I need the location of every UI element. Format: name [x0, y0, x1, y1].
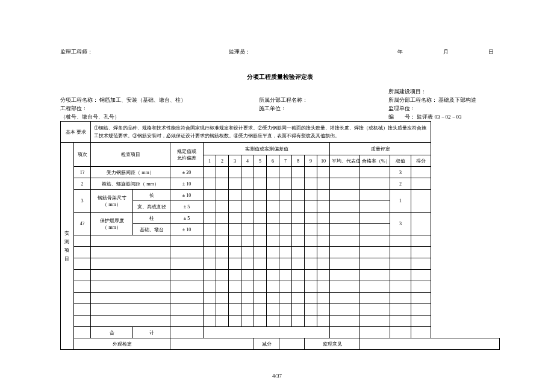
inspector-label: 监理员：: [229, 48, 391, 56]
hdr-c10: 10: [317, 155, 330, 167]
table-row: [61, 293, 500, 304]
hdr-meas: 实测值或实测偏差值: [204, 143, 330, 155]
page-title: 分项工程质量检验评定表: [60, 73, 500, 81]
cell-item: 保护层厚度 （ mm）: [91, 213, 133, 235]
table-row: 4? 保护层厚度 （ mm） 柱 ± 5 3: [61, 213, 500, 224]
sum-ji: 计: [133, 327, 170, 338]
part2-value: 基础及下部构造: [438, 97, 476, 103]
table-row: 2 箍筋、螺旋筋间距（ mm） ± 10 2: [61, 178, 500, 190]
cell-idx: 4?: [74, 213, 91, 235]
page-footer: 4/37: [0, 373, 554, 379]
cell-sub: 柱: [133, 213, 170, 224]
cell-tol: ± 5: [170, 213, 204, 224]
cell-tol: ± 10: [170, 224, 204, 235]
basic-req-content: ①钢筋、焊条的品种、规格和技术性能应符合国家现行标准规定和设计要求。②受力钢筋同…: [91, 122, 431, 143]
year-label: 年: [391, 48, 409, 56]
hdr-c6: 6: [267, 155, 279, 167]
cell-wt: 2: [390, 178, 411, 190]
sub-name-value: 钢筋加工、安装（基础、墩台、柱）: [99, 97, 186, 103]
owner-label: 所属建设项目：: [388, 87, 500, 96]
hdr-score: 得分: [411, 155, 431, 167]
hdr-pass: 合格率（%）: [360, 155, 390, 167]
cell-tol: ± 20: [170, 167, 204, 178]
table-row: [61, 316, 500, 327]
hdr-c8: 8: [292, 155, 305, 167]
cell-wt: 1: [390, 190, 411, 213]
bottom-visual: 外观检定: [74, 338, 170, 350]
pile-label: （桩号、墩台号、孔号）: [60, 113, 259, 121]
date-block: 年 月 日: [391, 48, 500, 56]
cell-wt: 3: [390, 167, 411, 178]
eval-table: 基本 要求 ①钢筋、焊条的品种、规格和技术性能应符合国家现行标准规定和设计要求。…: [60, 121, 500, 350]
cell-tol: ± 5: [170, 201, 204, 213]
table-row: [61, 258, 500, 270]
cell-item: 钢筋骨架尺寸 （ mm）: [91, 190, 133, 213]
day-label: 日: [482, 48, 500, 56]
sum-row: 合 计: [61, 327, 500, 338]
hdr-c7: 7: [279, 155, 292, 167]
basic-req-label: 基本 要求: [61, 122, 91, 143]
unit-label: 施工单位：: [259, 104, 388, 113]
table-row: 3 钢筋骨架尺寸 （ mm） 长 ± 10 1: [61, 190, 500, 201]
cell-item: 箍筋、螺旋筋间距（ mm）: [91, 178, 170, 190]
table-row: 1? 受力钢筋间距（ mm） ± 20 3: [61, 167, 500, 178]
table-row: [61, 304, 500, 316]
cell-item: 受力钢筋间距（ mm）: [91, 167, 170, 178]
cell-tol: ± 10: [170, 178, 204, 190]
cell-sub: 基础、墩台: [133, 224, 170, 235]
hdr-avg: 平均、代表值: [330, 155, 360, 167]
code-value: 监评表 03－02－03: [417, 114, 461, 120]
cell-idx: 2: [74, 178, 91, 190]
hdr-item: 检查项目: [91, 143, 170, 167]
sub-name-label: 分项工程名称：: [60, 97, 98, 103]
hdr-tol: 规定值或 允许偏差: [170, 143, 204, 167]
cell-idx: 3: [74, 190, 91, 213]
cell-sub: 长: [133, 190, 170, 201]
month-label: 月: [437, 48, 455, 56]
bottom-row: 外观检定 减分 监理意见: [61, 338, 500, 350]
hdr-qual: 质量评定: [330, 143, 431, 155]
table-row: [61, 235, 500, 247]
header-sign-row: 监理工程师： 监理员： 年 月 日: [60, 48, 500, 56]
table-row: [61, 270, 500, 281]
code-label: 编 号：: [388, 114, 416, 120]
hdr-c5: 5: [254, 155, 267, 167]
cell-sub: 宽、高或直径: [133, 201, 170, 213]
table-row: [61, 281, 500, 293]
meta-block: 所属建设项目： 分项工程名称： 钢筋加工、安装（基础、墩台、柱） 所属分部工程名…: [60, 87, 500, 121]
table-row: [61, 247, 500, 258]
bottom-deduct: 减分: [254, 338, 279, 350]
hdr-c3: 3: [229, 155, 241, 167]
cell-tol: ± 10: [170, 190, 204, 201]
pos-label: 工程部位：: [60, 104, 259, 113]
part-label: 所属分部工程名称：: [259, 96, 388, 104]
hdr-c1: 1: [204, 155, 216, 167]
sum-he: 合: [91, 327, 133, 338]
bottom-opinion: 监理意见: [305, 338, 360, 350]
engineer-label: 监理工程师：: [60, 48, 229, 56]
hdr-c9: 9: [305, 155, 317, 167]
hdr-wt: 权值: [390, 155, 411, 167]
vlabel: 实 测 项 目: [61, 143, 74, 350]
cell-wt: 3: [390, 213, 411, 235]
hdr-c4: 4: [241, 155, 254, 167]
cell-idx: 1?: [74, 167, 91, 178]
part2-label: 所属分部工程名称：: [388, 97, 437, 103]
super-label: 监理单位：: [388, 104, 500, 113]
hdr-c2: 2: [216, 155, 229, 167]
hdr-idx: 项次: [74, 143, 91, 167]
